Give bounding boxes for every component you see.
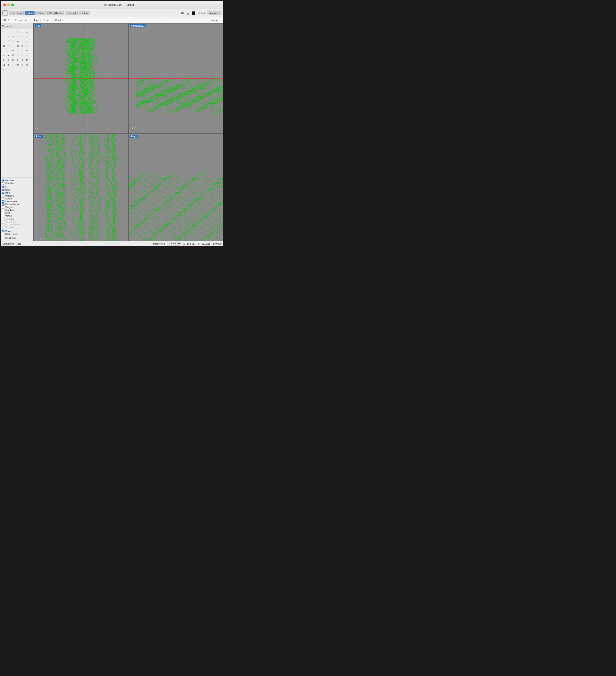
cplane-select[interactable]: CPlane World xyxy=(167,242,181,245)
match-tool-icon[interactable]: ⌃ xyxy=(6,49,11,53)
frame-tool-icon[interactable]: ⛶ xyxy=(11,44,15,48)
filled-tool-icon[interactable]: ▣ xyxy=(15,62,20,67)
end-checkbox[interactable] xyxy=(2,186,4,188)
color-swatch[interactable] xyxy=(192,11,195,15)
midpoint-checkbox[interactable] xyxy=(2,194,4,197)
corner-tool-icon[interactable]: ↙ xyxy=(2,67,6,71)
onsurface-checkbox[interactable] xyxy=(2,220,4,223)
trim-tool-icon[interactable]: ⌒ xyxy=(6,39,11,44)
layer-tool-icon[interactable]: ⊞ xyxy=(2,58,6,62)
hatch-tool-icon[interactable]: ▦ xyxy=(2,44,6,48)
array-tool-icon[interactable]: ↗ xyxy=(25,44,29,48)
nurbs-tool-icon[interactable]: ⌒ xyxy=(2,49,6,53)
properties-tool-icon[interactable]: ⊡ xyxy=(6,58,11,62)
magnify-tool-icon[interactable]: ⊙ xyxy=(20,49,24,53)
dstripe-tool-icon[interactable]: ▧ xyxy=(25,62,29,67)
curve-tool-icon[interactable]: ⌒ xyxy=(11,30,15,34)
knot-checkbox[interactable] xyxy=(2,212,4,214)
viewport-perspective[interactable]: Perspective z x xyxy=(128,23,223,134)
panel3-tool-icon[interactable]: ◪ xyxy=(2,62,6,67)
panel1-tool-icon[interactable]: ◫ xyxy=(20,58,24,62)
canvas-right[interactable] xyxy=(129,134,223,241)
loft-tool-icon[interactable]: ▱ xyxy=(25,35,29,39)
panel4-tool-icon[interactable]: ◨ xyxy=(6,62,11,67)
zoom-in-icon[interactable]: ⊕ xyxy=(180,11,185,15)
split-tool-icon[interactable]: ↗ xyxy=(15,49,20,53)
display-tool-icon[interactable]: ⊠ xyxy=(15,58,20,62)
minimize-button[interactable] xyxy=(7,4,10,6)
zoom-tool-icon[interactable]: ⊕ xyxy=(25,49,29,53)
canvas-front[interactable] xyxy=(34,134,128,241)
hex-tool-icon[interactable]: ⎔ xyxy=(11,62,15,67)
render-tool-icon[interactable]: ◌ xyxy=(15,53,20,58)
vertex-checkbox[interactable] xyxy=(2,215,4,217)
grid-tool-icon[interactable]: ⊞ xyxy=(20,44,24,48)
gumball-button[interactable]: Gumball xyxy=(65,11,78,15)
maximize-button[interactable] xyxy=(11,4,14,6)
lines-tool-icon[interactable]: ▤ xyxy=(15,44,20,48)
hstripe-tool-icon[interactable]: ▥ xyxy=(20,62,24,67)
rotate-tool-icon[interactable]: ⟳ xyxy=(2,39,6,44)
perpendicular-checkbox[interactable] xyxy=(2,203,4,206)
near-checkbox[interactable] xyxy=(2,189,4,191)
close-button[interactable] xyxy=(3,4,6,6)
point-tool-icon[interactable]: · xyxy=(6,30,11,34)
persistent-radio[interactable] xyxy=(2,179,4,182)
oneshot-radio[interactable] xyxy=(2,182,4,185)
ellipse-tool-icon[interactable]: ◎ xyxy=(25,30,29,34)
material-tool-icon[interactable]: ◍ xyxy=(20,53,24,58)
center-checkbox[interactable] xyxy=(2,198,4,200)
disableall-checkbox[interactable] xyxy=(2,237,4,239)
arc-tool-icon[interactable]: ↗ xyxy=(2,35,6,39)
views-icon[interactable]: ⊞ xyxy=(2,18,7,22)
viewport-top[interactable]: Top y x xyxy=(34,23,128,134)
fillet-tool-icon[interactable]: ⌣ xyxy=(11,39,15,44)
star-tool-icon[interactable]: ✦ xyxy=(25,39,29,44)
onpolysurface-checkbox[interactable] xyxy=(2,223,4,226)
sweep-tool-icon[interactable]: ⌐ xyxy=(15,35,20,39)
tab-right[interactable]: Right xyxy=(53,18,63,22)
texture-tool-icon[interactable]: ◎ xyxy=(25,53,29,58)
select-tool-icon[interactable]: ↖ xyxy=(2,30,6,34)
quadrant-checkbox[interactable] xyxy=(2,209,4,211)
chamfer-tool-icon[interactable]: ◈ xyxy=(15,39,20,44)
smarttrack-button[interactable]: SmartTrack xyxy=(47,11,64,15)
point-checkbox[interactable] xyxy=(2,192,4,194)
polygon-tool-icon[interactable]: ⬡ xyxy=(15,30,20,34)
layouts-label[interactable]: Layouts... xyxy=(211,19,222,21)
oncurve-checkbox[interactable] xyxy=(2,218,4,220)
onmesh-checkbox[interactable] xyxy=(2,226,4,229)
tab-perspective[interactable]: Perspective xyxy=(13,18,30,22)
tab-front[interactable]: Front xyxy=(41,18,52,22)
canvas-top[interactable] xyxy=(34,23,128,133)
light-tool-icon[interactable]: ⦿ xyxy=(11,53,15,58)
sidebar-toggle-icon[interactable]: ☰ xyxy=(2,10,8,16)
layouts-button[interactable]: Layouts... xyxy=(207,11,222,15)
planar-button[interactable]: Planar xyxy=(36,11,47,15)
surface-tool-icon[interactable]: ⬚ xyxy=(20,39,24,44)
object-tool-icon[interactable]: ⊟ xyxy=(11,58,15,62)
blend-tool-icon[interactable]: ↩ xyxy=(20,35,24,39)
grid-icon[interactable]: ⊟ xyxy=(7,18,11,22)
ortho-button[interactable]: Ortho xyxy=(24,11,35,15)
status-command: Command: _Hide xyxy=(2,242,151,245)
grid-snap-button[interactable]: Grid Snap xyxy=(9,11,24,15)
revolve-tool-icon[interactable]: ⌀ xyxy=(11,35,15,39)
viewport-front[interactable]: Front z x xyxy=(34,134,128,241)
canvas-perspective[interactable] xyxy=(129,23,223,133)
viewport-right[interactable]: Right z y xyxy=(128,134,223,241)
circle-tool-icon[interactable]: ○ xyxy=(20,30,24,34)
join-tool-icon[interactable]: ⊛ xyxy=(11,49,15,53)
history-button[interactable]: History xyxy=(78,11,90,15)
project-checkbox[interactable] xyxy=(2,230,4,232)
pan-tool-icon[interactable]: ⊗ xyxy=(2,53,6,58)
target-icon[interactable]: ◎ xyxy=(186,11,190,15)
tangent-checkbox[interactable] xyxy=(2,206,4,209)
dimension-tool-icon[interactable]: ↗ xyxy=(6,44,11,48)
rotate3d-tool-icon[interactable]: ◉ xyxy=(6,53,11,58)
intersection-checkbox[interactable] xyxy=(2,200,4,203)
tab-top[interactable]: Top xyxy=(32,18,40,22)
panel2-tool-icon[interactable]: ◩ xyxy=(25,58,29,62)
smarttrack-checkbox[interactable] xyxy=(2,233,4,235)
rect-tool-icon[interactable]: ▭ xyxy=(6,35,11,39)
